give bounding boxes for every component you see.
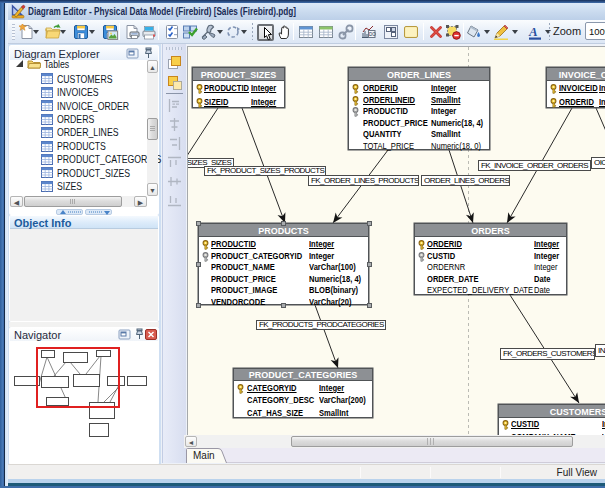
svg-text:A: A <box>528 24 538 39</box>
svg-text:DOC: DOC <box>369 32 376 37</box>
